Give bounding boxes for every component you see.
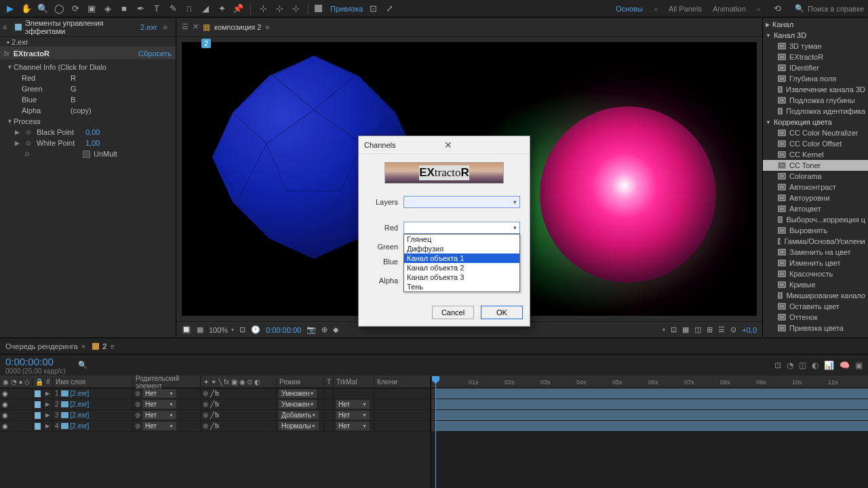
- pan-behind-icon[interactable]: ◈: [102, 3, 114, 15]
- effect-Заменить на цвет[interactable]: Заменить на цвет: [763, 247, 868, 258]
- region-icon[interactable]: ⊡: [671, 325, 677, 334]
- motion-blur-icon[interactable]: ◐: [812, 361, 818, 370]
- dropdown-option[interactable]: Канал объекта 2: [404, 263, 519, 272]
- panel-menu-icon[interactable]: ≡: [163, 23, 167, 31]
- layers-select[interactable]: [403, 196, 520, 208]
- effect-CC Color Neutralizer[interactable]: CC Color Neutralizer: [763, 127, 868, 138]
- playhead[interactable]: [435, 376, 436, 488]
- effect-header[interactable]: fx EXtractoR Сбросить: [0, 47, 176, 60]
- fast-preview-icon[interactable]: ⊙: [730, 325, 736, 334]
- help-search[interactable]: 🔍 Поиск в справке: [795, 4, 864, 13]
- exposure-value[interactable]: +0,0: [742, 326, 757, 334]
- col-mode-header[interactable]: Режим: [277, 378, 324, 386]
- effect-Автоконтраст[interactable]: Автоконтраст: [763, 182, 868, 192]
- brush-tool-icon[interactable]: ✎: [167, 3, 179, 15]
- layer-badge[interactable]: 2: [201, 39, 211, 48]
- layer-row[interactable]: ◉▶1[2.exr]⊚Нет⊕ ╱ fxУмножен: [0, 388, 431, 399]
- cat-3d-channel[interactable]: Канал 3D: [763, 30, 868, 41]
- text-tool-icon[interactable]: T: [151, 3, 163, 15]
- dropdown-option[interactable]: Диффузия: [404, 244, 519, 253]
- shape-tool-icon[interactable]: ■: [118, 3, 130, 15]
- effect-Извлечение канала 3D[interactable]: Извлечение канала 3D: [763, 84, 868, 95]
- channel-info-label[interactable]: Channel Info (Click for Dialo: [14, 63, 106, 71]
- effect-Оставить цвет[interactable]: Оставить цвет: [763, 301, 868, 312]
- col-parent-header[interactable]: Родительский элемент: [133, 375, 201, 390]
- comp-mini-icon[interactable]: ⊡: [774, 361, 781, 370]
- layers-dropdown-list[interactable]: ГлянецДиффузияКанал объекта 1Канал объек…: [403, 234, 520, 292]
- effects-tab[interactable]: Элементы управления эффектами 2.exr ≡: [9, 16, 173, 38]
- reset-link[interactable]: Сбросить: [138, 49, 172, 58]
- rotate-tool-icon[interactable]: ⟳: [69, 3, 81, 15]
- time-icon[interactable]: 🕐: [251, 325, 260, 334]
- layer-row[interactable]: ◉▶4[2.exr]⊚Нет⊕ ╱ fxНормалыНет: [0, 421, 431, 432]
- axis-world-icon[interactable]: ⊹: [273, 3, 285, 15]
- current-time[interactable]: 0:00:00:00: [266, 326, 301, 334]
- col-keys-header[interactable]: Ключи: [374, 378, 431, 386]
- effect-Выбороч...коррекция ц[interactable]: Выбороч...коррекция ц: [763, 214, 868, 225]
- black-point-value[interactable]: 0,00: [85, 128, 100, 136]
- comp-menu-icon[interactable]: ≡: [265, 23, 269, 31]
- comp-tab[interactable]: 2≡: [92, 342, 115, 350]
- effect-IDentifier[interactable]: IDentifier: [763, 62, 868, 73]
- effect-CC Kernel[interactable]: CC Kernel: [763, 149, 868, 160]
- sync-icon[interactable]: ⟲: [772, 3, 784, 15]
- timeline-current-time[interactable]: 0:00:00:00: [5, 356, 66, 367]
- 3d-view-icon[interactable]: ◫: [694, 325, 701, 334]
- camera-tool-icon[interactable]: ▣: [85, 3, 98, 15]
- res-icon[interactable]: ⊡: [239, 325, 245, 334]
- snap-label[interactable]: Привязка: [330, 5, 363, 13]
- brain-icon[interactable]: 🧠: [840, 361, 850, 370]
- effect-Глубина поля[interactable]: Глубина поля: [763, 73, 868, 84]
- transparency-icon[interactable]: ▦: [682, 325, 689, 334]
- dropdown-option[interactable]: Канал объекта 1: [404, 253, 519, 263]
- eraser-tool-icon[interactable]: ◢: [199, 3, 212, 15]
- markers-icon[interactable]: ▣: [855, 361, 863, 370]
- cancel-button[interactable]: Cancel: [432, 306, 474, 319]
- frame-blend-icon[interactable]: ◫: [799, 361, 806, 370]
- snapshot-icon[interactable]: 📷: [307, 325, 316, 334]
- effect-Изменить цвет[interactable]: Изменить цвет: [763, 258, 868, 268]
- graph-icon[interactable]: 📊: [824, 361, 834, 370]
- pen-tool-icon[interactable]: ✒: [134, 3, 146, 15]
- effect-Красочность[interactable]: Красочность: [763, 268, 868, 279]
- white-point-value[interactable]: 1,00: [85, 139, 100, 147]
- dropdown-option[interactable]: Канал объекта 3: [404, 272, 519, 282]
- rgb-icon[interactable]: ◆: [333, 325, 338, 334]
- animation-link[interactable]: Animation: [713, 5, 746, 13]
- hand-tool-icon[interactable]: ✋: [20, 3, 33, 15]
- timeline-search-icon[interactable]: 🔍: [78, 361, 87, 369]
- effect-Colorama[interactable]: Colorama: [763, 171, 868, 182]
- effect-Подложка глубины[interactable]: Подложка глубины: [763, 95, 868, 106]
- effect-3D туман[interactable]: 3D туман: [763, 41, 868, 52]
- effect-CC Color Offset[interactable]: CC Color Offset: [763, 138, 868, 149]
- effect-Автоуровни[interactable]: Автоуровни: [763, 192, 868, 203]
- snap-expand-icon[interactable]: ⤢: [383, 3, 395, 15]
- stamp-tool-icon[interactable]: ⎍: [183, 3, 195, 15]
- zoom-tool-icon[interactable]: 🔍: [37, 3, 49, 15]
- effect-EXtractoR[interactable]: EXtractoR: [763, 52, 868, 62]
- effect-CC Toner[interactable]: CC Toner: [763, 160, 868, 171]
- selection-tool-icon[interactable]: ▶: [4, 3, 16, 15]
- effect-Выровнять[interactable]: Выровнять: [763, 225, 868, 236]
- effect-Кривые[interactable]: Кривые: [763, 279, 868, 290]
- puppet-tool-icon[interactable]: 📌: [232, 3, 244, 15]
- ok-button[interactable]: OK: [481, 306, 523, 319]
- axis-view-icon[interactable]: ⊹: [290, 3, 302, 15]
- zoom-dropdown[interactable]: 100%: [209, 326, 234, 334]
- time-ruler[interactable]: 01s02s03s04s05s06s07s08s09s10s11s: [431, 376, 868, 388]
- shy-icon[interactable]: ◔: [787, 361, 793, 370]
- axis-local-icon[interactable]: ⊹: [257, 3, 269, 15]
- layer-row[interactable]: ◉▶3[2.exr]⊚Нет⊕ ╱ fxДобавитьНет: [0, 410, 431, 421]
- composition-name[interactable]: композиция 2: [214, 23, 261, 31]
- roto-tool-icon[interactable]: ✦: [216, 3, 228, 15]
- col-name-header[interactable]: Имя слоя: [53, 378, 133, 386]
- channel-icon[interactable]: ⊕: [321, 325, 328, 334]
- unmult-checkbox[interactable]: [83, 150, 90, 158]
- workspace-dropdown[interactable]: Основы: [616, 5, 643, 13]
- red-select[interactable]: [403, 222, 520, 234]
- effect-Автоцвет[interactable]: Автоцвет: [763, 203, 868, 214]
- pixel-aspect-icon[interactable]: ☰: [718, 325, 725, 334]
- all-panels-link[interactable]: All Panels: [669, 5, 702, 13]
- magnify-icon[interactable]: 🔲: [182, 325, 191, 334]
- dropdown-option[interactable]: Глянец: [404, 235, 519, 244]
